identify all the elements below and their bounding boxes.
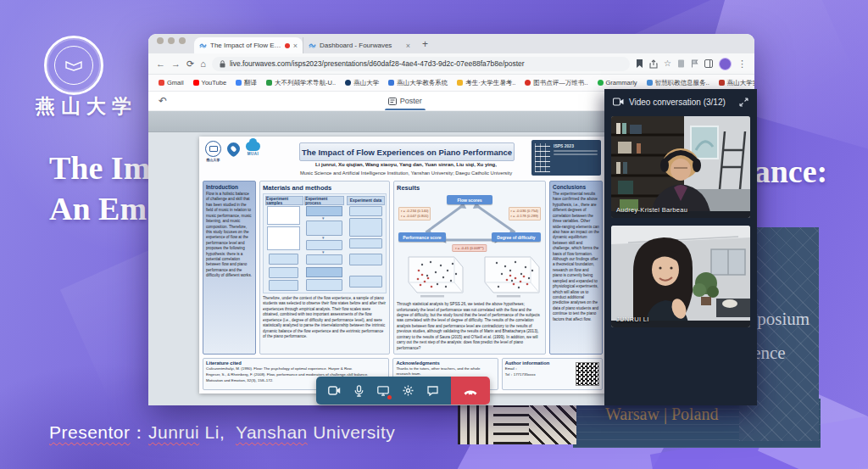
extension-page-icon[interactable] bbox=[677, 59, 685, 68]
poster-authors: Li junrui, Xu qiujian, Wang xiaoyu, Yang… bbox=[272, 162, 540, 167]
poster-affiliation: Music Science and Artificial Intelligenc… bbox=[255, 170, 557, 176]
camera-toggle-button[interactable] bbox=[327, 384, 341, 398]
tab-poster[interactable]: Poster bbox=[388, 92, 422, 110]
bookmark-item[interactable]: 翻译 bbox=[236, 79, 257, 87]
screen-share-button[interactable] bbox=[376, 384, 390, 398]
chat-button[interactable] bbox=[426, 384, 440, 398]
correlation-right: r = -0.036 (0.754)r = -0.178 (0.289) bbox=[509, 207, 541, 221]
browser-tab-active[interactable]: The Impact of Flow Exper... × bbox=[194, 37, 303, 53]
presenter-first-name: Junrui bbox=[148, 422, 199, 442]
presenter-affiliation-1: Yanshan bbox=[236, 422, 308, 442]
expand-icon[interactable] bbox=[739, 98, 748, 107]
tab-close-button[interactable]: × bbox=[406, 42, 410, 50]
scatter-plot-2 bbox=[473, 252, 542, 299]
settings-button[interactable] bbox=[402, 384, 415, 398]
profile-avatar[interactable] bbox=[719, 58, 732, 70]
forward-icon[interactable]: → bbox=[171, 59, 181, 69]
presenter-caption: Presentor：Junrui Li, Yanshan University bbox=[49, 421, 395, 444]
section-methods: Materials and methods Experiment samples… bbox=[259, 181, 390, 355]
fourwaves-favicon-icon bbox=[309, 42, 316, 49]
flow-box bbox=[349, 218, 382, 237]
methods-title: Materials and methods bbox=[263, 184, 387, 192]
flow-box bbox=[267, 226, 300, 250]
browser-menu-icon[interactable]: ⋮ bbox=[737, 59, 747, 69]
bookmark-item[interactable]: 燕山大学实验室与.. bbox=[719, 79, 754, 87]
fourwaves-favicon-icon bbox=[199, 42, 207, 49]
yanshan-logo-label: 燕山大学 bbox=[207, 158, 220, 162]
acknowledgments-title: Acknowledgments bbox=[396, 360, 494, 366]
poster-tab-label: Poster bbox=[400, 97, 422, 105]
conclusions-text: The experimental results have confirmed … bbox=[553, 192, 599, 322]
zoom-window-button[interactable] bbox=[179, 37, 186, 44]
tab-title: Dashboard - Fourwaves bbox=[320, 42, 403, 49]
hang-up-phone-icon bbox=[463, 386, 478, 396]
meeting-control-bar bbox=[316, 377, 490, 405]
video-panel-title: Video conversation (3/12) bbox=[629, 98, 726, 107]
node-performance-score: Performance score bbox=[398, 232, 446, 242]
node-flow-scores: Flow scores bbox=[447, 195, 492, 204]
bookmark-favicon bbox=[236, 80, 242, 86]
university-name: 燕山大学 bbox=[36, 93, 137, 120]
bookmark-item[interactable]: 燕山大学教务系统 bbox=[388, 79, 448, 87]
url-text: live.fourwaves.com/isps2023/presentation… bbox=[230, 59, 525, 68]
node-degree-difficulty: Degree of difficulty bbox=[492, 232, 541, 242]
minimize-window-button[interactable] bbox=[168, 37, 175, 44]
methods-flowchart: Experiment samples Experiment process Ex… bbox=[263, 193, 387, 293]
microphone-toggle-button[interactable] bbox=[352, 384, 365, 398]
back-icon[interactable]: ← bbox=[156, 59, 165, 69]
reload-icon[interactable]: ⟳ bbox=[186, 59, 194, 69]
results-text: Through statistical analysis by SPSS 26,… bbox=[397, 302, 542, 351]
video-tile-2[interactable]: JUNRUI LI bbox=[611, 226, 750, 327]
isps-badge-label: ISPS 2023 bbox=[554, 143, 598, 148]
correlation-center: r = -0.41 (0.009**) bbox=[452, 244, 487, 252]
institute-drop-logo bbox=[225, 140, 242, 158]
toolbar-right-icons: ☆ ⋮ bbox=[636, 58, 747, 70]
bookmark-item[interactable]: Grammarly bbox=[598, 79, 637, 87]
extension-flag-icon[interactable] bbox=[691, 59, 698, 68]
qr-code bbox=[576, 362, 599, 386]
author-email: Email： bbox=[505, 366, 573, 371]
flow-box bbox=[349, 276, 382, 288]
bookmark-favicon bbox=[525, 80, 531, 86]
sidebar-icon[interactable] bbox=[704, 59, 713, 68]
bookmark-item[interactable]: 智慧职教信息服务.. bbox=[647, 79, 709, 87]
page-back-icon[interactable]: ↶ bbox=[159, 95, 167, 107]
share-icon[interactable] bbox=[649, 59, 658, 69]
presenter-label: Presentor bbox=[49, 422, 131, 442]
bookmark-item[interactable]: 大不列颠学术导航-U.. bbox=[266, 79, 336, 87]
video-tile-1[interactable]: Audrey-Kristel Barbeau bbox=[611, 116, 750, 218]
new-tab-button[interactable]: + bbox=[415, 38, 435, 50]
poster-logos: 燕山大学 MUAI bbox=[205, 141, 260, 162]
bookmark-item[interactable]: 考生·大学生暑考.. bbox=[457, 79, 515, 87]
bookmark-favicon bbox=[598, 80, 604, 86]
bookmark-item[interactable]: 燕山大学 bbox=[345, 79, 379, 87]
bookmark-filled-icon[interactable] bbox=[636, 59, 643, 69]
poster-body: Introduction Flow is a holistic balance … bbox=[203, 181, 603, 355]
bookmark-item[interactable]: 图书点评—万维书.. bbox=[525, 79, 587, 87]
hang-up-button[interactable] bbox=[451, 377, 490, 405]
window-controls[interactable] bbox=[157, 34, 186, 53]
bookmark-item[interactable]: YouTube bbox=[193, 79, 226, 87]
bookmark-item[interactable]: Gmail bbox=[159, 79, 184, 87]
tab-close-button[interactable]: × bbox=[293, 42, 298, 50]
close-window-button[interactable] bbox=[157, 37, 164, 44]
section-introduction: Introduction Flow is a holistic balance … bbox=[203, 181, 256, 355]
results-triangle-diagram: Flow scores Performance score Degree of … bbox=[397, 193, 542, 250]
introduction-text: Flow is a holistic balance of challenge … bbox=[206, 192, 253, 279]
bookmark-favicon bbox=[345, 80, 351, 86]
pattern-horizontal-stripes bbox=[493, 402, 529, 444]
section-author-info: Author information Email： Tel：1771735xxx… bbox=[502, 358, 603, 390]
home-icon[interactable]: ⌂ bbox=[200, 59, 206, 69]
address-bar[interactable]: live.fourwaves.com/isps2023/presentation… bbox=[212, 57, 630, 71]
poster-title: The Impact of Flow Experiences on Piano … bbox=[299, 142, 515, 161]
section-results: Results Flow scores Perform bbox=[393, 181, 546, 355]
bookmark-star-icon[interactable]: ☆ bbox=[664, 59, 671, 68]
browser-tab-inactive[interactable]: Dashboard - Fourwaves × bbox=[303, 37, 415, 53]
introduction-title: Introduction bbox=[206, 184, 253, 190]
lock-icon bbox=[220, 60, 225, 68]
correlation-left: r = -0.234 (0.140)r = -0.047 (0.801) bbox=[398, 207, 431, 221]
recording-indicator-icon bbox=[285, 43, 290, 48]
flow-box bbox=[306, 254, 342, 265]
bookmark-favicon bbox=[388, 80, 394, 86]
bookmark-favicon bbox=[266, 80, 272, 86]
